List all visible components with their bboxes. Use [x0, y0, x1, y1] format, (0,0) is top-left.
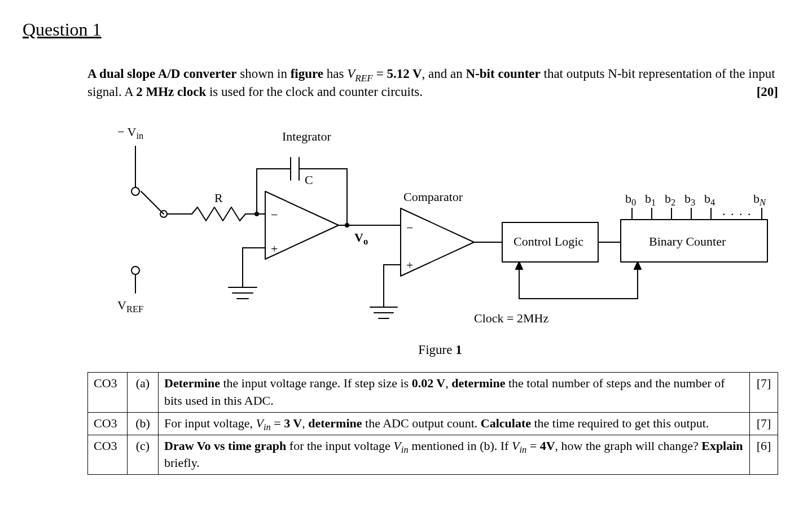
t: is used for the clock and counter circui…: [206, 85, 423, 99]
part-cell: (c): [128, 435, 159, 475]
label-vin: − Vin: [117, 124, 143, 141]
bit-b2: b2: [665, 190, 675, 208]
label-binary-counter: Binary Counter: [649, 233, 726, 251]
bit-b0: b0: [625, 190, 636, 208]
intro-marks: [20]: [757, 83, 778, 101]
label-comparator: Comparator: [403, 189, 463, 206]
label-vref: VREF: [117, 297, 143, 314]
marks-cell: [7]: [750, 412, 778, 435]
svg-point-0: [131, 187, 139, 195]
intro-paragraph: A dual slope A/D converter shown in figu…: [87, 65, 778, 101]
question-text: Draw Vo vs time graph for the input volt…: [159, 435, 750, 475]
marks-cell: [7]: [750, 373, 778, 413]
content: A dual slope A/D converter shown in figu…: [87, 65, 778, 475]
bit-b3: b3: [684, 190, 695, 208]
svg-point-1: [131, 266, 139, 274]
bit-b1: b1: [645, 190, 656, 208]
figure-caption: Figure 1: [102, 341, 779, 359]
svg-marker-37: [516, 262, 523, 269]
label-control-logic: Control Logic: [513, 233, 583, 251]
question-title: Question 1: [23, 17, 789, 42]
figure-diagram: − Vin VREF R Integrator C − + Vo Compara…: [102, 118, 779, 361]
co-cell: CO3: [88, 412, 128, 435]
label-c: C: [305, 172, 313, 189]
t: has: [323, 67, 347, 81]
t: , and an: [422, 67, 466, 81]
intro-bold-clock: 2 MHz clock: [136, 85, 206, 99]
intro-bold-figure: figure: [291, 67, 323, 81]
label-vo: Vo: [354, 229, 368, 247]
co-cell: CO3: [88, 435, 128, 475]
t: shown in: [237, 67, 291, 81]
opamp1-plus: +: [271, 240, 278, 258]
question-table: CO3 (a) Determine the input voltage rang…: [87, 372, 778, 475]
intro-bold-nbit: N-bit counter: [466, 67, 541, 81]
table-row: CO3 (c) Draw Vo vs time graph for the in…: [88, 435, 778, 475]
opamp1-minus: −: [271, 207, 278, 224]
svg-line-5: [141, 191, 164, 214]
co-cell: CO3: [88, 373, 128, 413]
t: =: [373, 67, 387, 81]
opamp2-plus: +: [406, 257, 413, 274]
intro-bold-val: 5.12 V: [387, 67, 422, 81]
part-cell: (b): [128, 412, 159, 435]
label-r: R: [214, 190, 223, 207]
part-cell: (a): [128, 373, 159, 413]
bit-bn: bN: [753, 190, 766, 208]
bit-dots: . . . .: [722, 203, 752, 220]
question-text: For input voltage, Vin = 3 V, determine …: [159, 412, 750, 435]
svg-marker-38: [634, 262, 641, 269]
label-clock: Clock = 2MHz: [474, 310, 548, 327]
table-row: CO3 (b) For input voltage, Vin = 3 V, de…: [88, 412, 778, 435]
marks-cell: [6]: [750, 435, 778, 475]
svg-point-21: [255, 212, 258, 216]
circuit-svg: [102, 118, 779, 333]
vref-sub: REF: [355, 72, 373, 83]
intro-bold-converter: A dual slope A/D converter: [87, 67, 237, 81]
table-row: CO3 (a) Determine the input voltage rang…: [88, 373, 778, 413]
question-text: Determine the input voltage range. If st…: [159, 373, 750, 413]
opamp2-minus: −: [406, 220, 413, 237]
bit-b4: b4: [704, 190, 715, 208]
vref-sym: V: [347, 67, 355, 81]
label-integrator: Integrator: [282, 128, 331, 146]
